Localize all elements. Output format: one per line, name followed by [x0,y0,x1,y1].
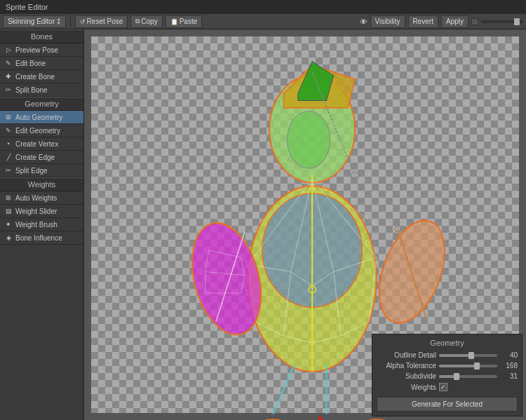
outline-detail-row: Outline Detail 40 [377,351,518,359]
title-label: Sprite Editor [6,3,48,11]
svg-point-5 [351,172,358,179]
subdivide-row: Subdivide 31 [377,372,518,380]
revert-btn[interactable]: Revert [408,15,438,28]
weights-section-header: Weights [0,177,83,191]
split-edge-btn[interactable]: ✂ Split Edge [0,164,83,177]
auto-weights-btn[interactable]: ⊞ Auto Weights [0,191,83,205]
geometry-settings-panel: Geometry Outline Detail 40 Alpha Toleran… [372,334,522,416]
weight-slider-btn[interactable]: ▤ Weight Slider [0,205,83,218]
outline-detail-value: 40 [500,351,518,359]
create-bone-btn[interactable]: ✚ Create Bone [0,70,83,83]
weights-label: Weights [377,384,436,391]
edit-geometry-icon: ✎ [4,126,13,135]
visibility-btn[interactable]: Visibility [370,15,405,28]
auto-weights-icon: ⊞ [4,194,13,202]
paste-btn[interactable]: 📋 Paste [166,15,203,28]
weights-checkbox[interactable]: ✓ [439,383,447,391]
alpha-tolerance-value: 168 [500,362,518,370]
geometry-panel-title: Geometry [377,339,518,347]
alpha-tolerance-label: Alpha Tolerance [377,362,436,370]
left-panel: Bones ▷ Preview Pose ✎ Edit Bone ✚ Creat… [0,29,84,420]
auto-geometry-btn[interactable]: ⊞ Auto Geometry [0,111,83,124]
edit-geometry-btn[interactable]: ✎ Edit Geometry [0,124,83,137]
weight-slider-icon: ▤ [4,207,13,215]
bone-influence-icon: ◈ [4,233,13,242]
alpha-tolerance-slider[interactable] [439,365,497,367]
outline-detail-label: Outline Detail [377,351,436,359]
split-bone-btn[interactable]: ✂ Split Bone [0,83,83,97]
subdivide-label: Subdivide [377,372,436,380]
outline-detail-slider[interactable] [439,354,497,357]
color-swatch [471,18,478,25]
toolbar-separator-1 [70,16,71,27]
create-vertex-icon: • [4,140,13,148]
split-bone-icon: ✂ [4,86,13,94]
weight-brush-icon: ✦ [4,220,13,229]
create-edge-btn[interactable]: ╱ Create Edge [0,151,83,164]
opacity-slider[interactable] [481,20,523,23]
create-vertex-btn[interactable]: • Create Vertex [0,137,83,151]
preview-pose-icon: ▷ [4,46,13,54]
paste-icon: 📋 [170,18,178,25]
title-bar: Sprite Editor [0,0,526,14]
subdivide-value: 31 [500,372,518,380]
create-bone-icon: ✚ [4,72,13,81]
create-edge-icon: ╱ [4,153,13,161]
eye-icon: 👁 [360,18,367,26]
bones-section-header: Bones [0,29,83,43]
generate-for-selected-btn[interactable]: Generate For Selected [377,397,518,412]
svg-point-3 [288,111,330,168]
apply-btn[interactable]: Apply [441,15,468,28]
svg-marker-46 [312,414,334,420]
weight-brush-btn[interactable]: ✦ Weight Brush [0,218,83,231]
alpha-tolerance-row: Alpha Tolerance 168 [377,362,518,370]
subdivide-slider[interactable] [439,375,497,378]
svg-marker-2 [298,62,334,101]
preview-pose-btn[interactable]: ▷ Preview Pose [0,43,83,57]
main-content: Bones ▷ Preview Pose ✎ Edit Bone ✚ Creat… [0,29,526,420]
svg-line-42 [273,365,295,414]
geometry-section-header: Geometry [0,97,83,111]
split-edge-icon: ✂ [4,166,13,175]
skinning-editor-btn[interactable]: Skinning Editor ‡ [3,15,66,28]
toolbar: Skinning Editor ‡ ↺ Reset Pose ⧉ Copy 📋 … [0,14,526,29]
edit-bone-btn[interactable]: ✎ Edit Bone [0,57,83,70]
weights-row: Weights ✓ [377,383,518,391]
copy-btn[interactable]: ⧉ Copy [130,15,162,28]
edit-bone-icon: ✎ [4,59,13,67]
reset-pose-btn[interactable]: ↺ Reset Pose [75,15,128,28]
canvas-area: Geometry Outline Detail 40 Alpha Toleran… [84,29,526,420]
copy-icon: ⧉ [135,18,140,25]
auto-geometry-icon: ⊞ [4,113,13,121]
reset-icon: ↺ [80,18,86,25]
bone-influence-btn[interactable]: ◈ Bone Influence [0,231,83,245]
visibility-controls: 👁 Visibility Revert Apply [360,15,523,28]
